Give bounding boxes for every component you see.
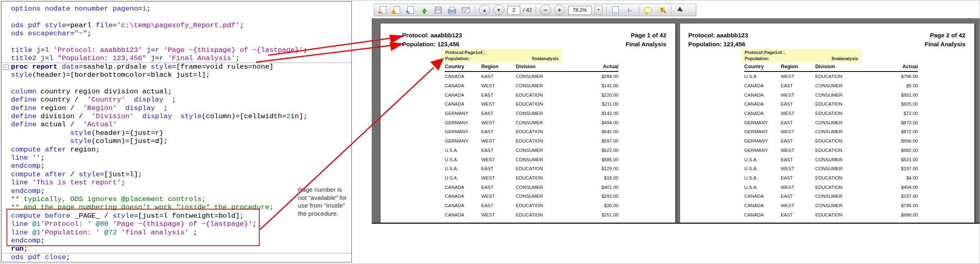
table-row: U.S.A.EASTCONSUMER$521.00: [744, 155, 918, 164]
table-row: GERMANYEASTCONSUMER$873.00: [744, 118, 918, 127]
table-body: U.S.A.WESTEDUCATION$796.00CANADAEASTCONS…: [744, 72, 918, 219]
print-icon[interactable]: [446, 5, 457, 15]
convert-pdf-icon[interactable]: ↩: [377, 5, 388, 15]
code-line[interactable]: options nodate nonumber pageno=1;: [2, 5, 351, 13]
table-row: CANADAWESTEDUCATION$72.00: [744, 109, 918, 118]
code-line[interactable]: style(header)={just=r}: [2, 129, 351, 137]
table-cell: $72.00: [878, 111, 918, 116]
table-cell: $996.00: [878, 138, 918, 143]
table-cell: $143.00: [579, 111, 618, 116]
table-cell: $585.00: [579, 157, 618, 162]
code-line[interactable]: compute after / style=[just=l];: [2, 171, 351, 179]
code-line[interactable]: define region / 'Region' display ;: [2, 104, 351, 113]
code-line[interactable]: define actual / 'Actual': [2, 121, 351, 129]
code-line[interactable]: [2, 13, 351, 21]
table-cell: CONSUMER: [516, 111, 579, 116]
table-cell: $284.00: [579, 74, 618, 79]
table-cell: CANADA: [744, 83, 781, 88]
sas-code-editor-panel: options nodate nonumber pageno=1; ods pd…: [1, 1, 352, 262]
code-line[interactable]: column country region division actual;: [2, 88, 351, 96]
final-analysis-header: Final Analysis: [925, 40, 965, 49]
code-fold-minus-icon[interactable]: -: [4, 65, 9, 70]
zoom-dropdown-button[interactable]: ▼: [594, 6, 603, 15]
table-cell: EDUCATION: [516, 129, 579, 134]
yellow-highlight-block: Protocol:Page1of□_ Population: finalanal…: [741, 49, 862, 63]
email-icon[interactable]: [460, 5, 471, 15]
pdf-document-area[interactable]: Protocol: aaabbb123 Population: 123,456 …: [372, 18, 980, 224]
code-line[interactable]: ods pdf close;: [2, 253, 351, 262]
code-line[interactable]: [2, 38, 351, 46]
table-cell: CANADA: [744, 194, 781, 199]
table-cell: $292.00: [579, 194, 618, 199]
table-header-row: CountryRegionDivisionActual: [744, 64, 918, 72]
table-row: GERMANYWESTEDUCATION$982.00: [744, 146, 918, 155]
table-row: CANADAWESTCONSUMER$951.00: [744, 90, 918, 100]
page-header-left: Protocol: aaabbb123 Population: 123,456: [688, 31, 748, 49]
table-cell: WEST: [481, 102, 516, 106]
table-cell: CONSUMER: [516, 120, 579, 125]
code-line[interactable]: endcomp;: [2, 162, 351, 170]
pdf-page-2: Protocol: aaabbb123 Population: 123,456 …: [680, 24, 974, 223]
table-cell: EDUCATION: [516, 102, 579, 106]
table-row: GERMANYWESTCONSUMER$494.00: [445, 118, 618, 127]
code-line[interactable]: style(column)=[just=d];: [2, 137, 351, 145]
next-page-button[interactable]: ▼: [493, 5, 504, 15]
table-row: CANADAWESTEDUCATION$251.00: [445, 210, 618, 219]
code-line[interactable]: line '';: [2, 154, 351, 162]
table-row: GERMANYEASTEDUCATION$641.00: [445, 127, 618, 136]
fit-width-icon[interactable]: ↔: [610, 5, 621, 15]
highlight-line-1: Protocol:Page1of□_: [745, 50, 858, 56]
zoom-in-button[interactable]: +: [554, 5, 565, 15]
table-cell: WEST: [781, 129, 815, 134]
code-line[interactable]: style(header)=[borderbottomcolor=black j…: [2, 71, 351, 79]
select-tool-icon[interactable]: [675, 5, 686, 15]
code-line[interactable]: ods escapechar="~";: [2, 30, 351, 38]
toolbar-separator: [671, 6, 672, 15]
code-line[interactable]: [2, 80, 351, 88]
save-icon[interactable]: [433, 5, 444, 15]
table-cell: EAST: [781, 212, 815, 217]
protocol-header: Protocol: aaabbb123: [402, 31, 462, 40]
pan-icon[interactable]: ↔↕: [624, 5, 635, 15]
table-cell: WEST: [781, 203, 815, 208]
table-cell: CONSUMER: [815, 157, 878, 162]
upload-icon[interactable]: [419, 5, 430, 15]
table-cell: CONSUMER: [815, 83, 878, 88]
page-x-of-y-header: Page 2 of 42: [925, 31, 965, 40]
highlight-text-icon[interactable]: T✎: [657, 5, 668, 15]
table-cell: WEST: [481, 120, 516, 125]
table-cell: EAST: [481, 111, 516, 116]
code-line[interactable]: title2 j=l "Population: 123,456" j=r 'Fi…: [2, 54, 351, 63]
table-cell: EDUCATION: [516, 166, 579, 171]
code-line[interactable]: title j=l 'Protocol: aaabbb123' j=r 'Pag…: [2, 46, 351, 54]
table-cell: WEST: [481, 212, 516, 217]
code-line[interactable]: run;: [2, 245, 351, 253]
highlight-line-2-right: finalanalysis: [532, 56, 559, 62]
zoom-out-button[interactable]: −: [540, 5, 551, 15]
table-row: CANADAEASTCONSUMER$197.00: [744, 192, 918, 201]
table-cell: WEST: [781, 111, 815, 116]
table-cell: CONSUMER: [516, 148, 579, 153]
table-cell: CANADA: [744, 102, 781, 106]
red-highlight-box: [6, 209, 260, 246]
page-number-input[interactable]: 2: [507, 6, 520, 15]
table-cell: WEST: [781, 148, 815, 153]
table-cell: WEST: [481, 83, 516, 88]
population-header: Population: 123,456: [402, 40, 462, 49]
create-pdf-icon[interactable]: [391, 5, 402, 15]
code-line[interactable]: compute after region;: [2, 146, 351, 154]
zoom-level-box[interactable]: 78.2%: [568, 6, 592, 15]
table-cell: EAST: [481, 148, 516, 153]
table-cell: U.S.A.: [445, 175, 481, 180]
code-line[interactable]: define division / 'Division' display sty…: [2, 113, 351, 121]
comment-icon[interactable]: [643, 5, 654, 15]
code-line[interactable]: define country / 'Country' display ;: [2, 96, 351, 104]
table-cell: $129.00: [579, 166, 618, 171]
table-cell: GERMANY: [744, 148, 781, 153]
code-line[interactable]: proc report data=sashelp.prdsale style=[…: [2, 63, 351, 71]
table-cell: EAST: [481, 129, 516, 134]
code-line[interactable]: ods pdf style=pearl file='c:\temp\pagexo…: [2, 22, 351, 30]
sign-icon[interactable]: ✎: [405, 5, 416, 15]
previous-page-button[interactable]: ▲: [479, 5, 490, 15]
table-cell: CANADA: [445, 74, 481, 79]
